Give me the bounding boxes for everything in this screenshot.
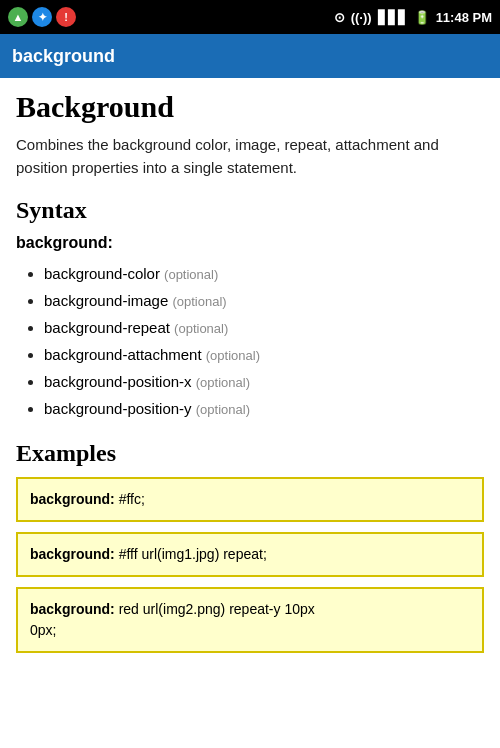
examples-heading: Examples xyxy=(16,440,484,467)
android-icon: ▲ xyxy=(8,7,28,27)
target-icon: ⊙ xyxy=(334,10,345,25)
optional-label: (optional) xyxy=(196,402,250,417)
prop-name: background-position-y xyxy=(44,400,192,417)
prop-name: background-image xyxy=(44,292,168,309)
optional-label: (optional) xyxy=(164,267,218,282)
list-item: background-color (optional) xyxy=(44,260,484,287)
list-item: background-position-x (optional) xyxy=(44,368,484,395)
shield-icon: ✦ xyxy=(32,7,52,27)
description: Combines the background color, image, re… xyxy=(16,134,484,179)
example-value: #ffc; xyxy=(119,491,145,507)
list-item: background-image (optional) xyxy=(44,287,484,314)
signal-icon: ▋▋▋ xyxy=(378,10,408,25)
status-bar-left: ▲ ✦ ! xyxy=(8,7,76,27)
optional-label: (optional) xyxy=(172,294,226,309)
notification-icon: ! xyxy=(56,7,76,27)
example-keyword: background: xyxy=(30,601,115,617)
wifi-icon: ((·)) xyxy=(351,10,372,25)
main-content: Background Combines the background color… xyxy=(0,78,500,748)
list-item: background-repeat (optional) xyxy=(44,314,484,341)
page-title: Background xyxy=(16,90,484,124)
list-item: background-attachment (optional) xyxy=(44,341,484,368)
example-box-3: background: red url(img2.png) repeat-y 1… xyxy=(16,587,484,653)
example-value: #fff url(img1.jpg) repeat; xyxy=(119,546,267,562)
battery-icon: 🔋 xyxy=(414,10,430,25)
title-bar: background xyxy=(0,34,500,78)
optional-label: (optional) xyxy=(196,375,250,390)
optional-label: (optional) xyxy=(206,348,260,363)
example-box-2: background: #fff url(img1.jpg) repeat; xyxy=(16,532,484,577)
prop-name: background-attachment xyxy=(44,346,202,363)
status-bar: ▲ ✦ ! ⊙ ((·)) ▋▋▋ 🔋 11:48 PM xyxy=(0,0,500,34)
clock: 11:48 PM xyxy=(436,10,492,25)
example-box-1: background: #ffc; xyxy=(16,477,484,522)
prop-name: background-color xyxy=(44,265,160,282)
list-item: background-position-y (optional) xyxy=(44,395,484,422)
property-list: background-color (optional) background-i… xyxy=(16,260,484,422)
optional-label: (optional) xyxy=(174,321,228,336)
syntax-heading: Syntax xyxy=(16,197,484,224)
prop-name: background-repeat xyxy=(44,319,170,336)
example-keyword: background: xyxy=(30,546,115,562)
example-keyword: background: xyxy=(30,491,115,507)
title-bar-text: background xyxy=(12,46,115,67)
status-bar-right: ⊙ ((·)) ▋▋▋ 🔋 11:48 PM xyxy=(334,10,492,25)
syntax-label: background: xyxy=(16,234,484,252)
prop-name: background-position-x xyxy=(44,373,192,390)
